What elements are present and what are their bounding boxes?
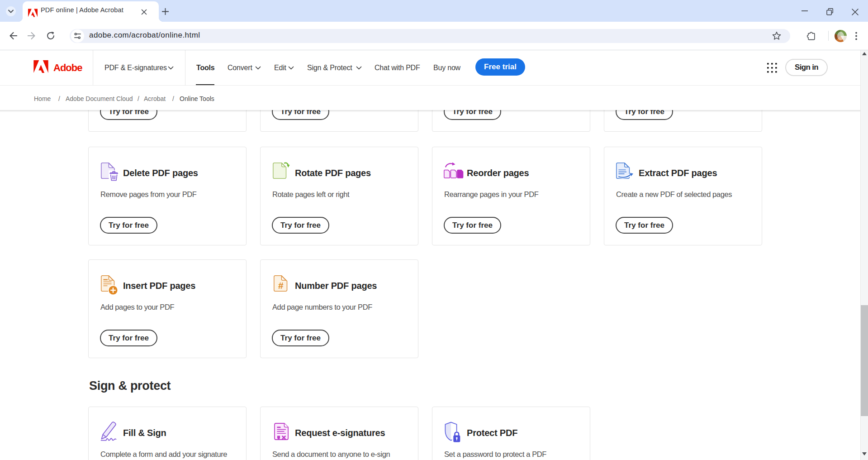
- svg-text:#: #: [278, 280, 284, 291]
